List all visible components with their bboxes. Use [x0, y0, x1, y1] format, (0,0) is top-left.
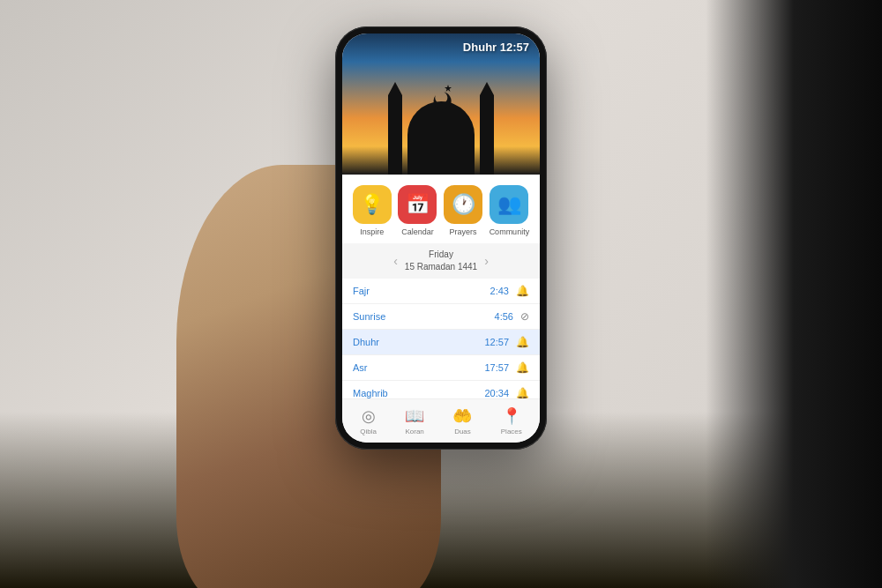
sunrise-bell-icon[interactable]: ⊘: [520, 310, 529, 323]
inspire-icon-item[interactable]: 💡 Inspire: [353, 185, 392, 236]
inspire-icon-circle: 💡: [353, 185, 392, 224]
prayer-fajr-row[interactable]: Fajr 2:43 🔔: [342, 279, 540, 304]
inspire-label: Inspire: [360, 227, 384, 236]
asr-bell-icon[interactable]: 🔔: [516, 361, 529, 374]
smartphone: Dhuhr 12:57: [335, 26, 547, 450]
asr-time: 17:57: [484, 362, 509, 373]
places-nav-label: Places: [501, 428, 522, 435]
asr-name: Asr: [353, 362, 484, 373]
fajr-bell-icon[interactable]: 🔔: [516, 285, 529, 297]
duas-nav-item[interactable]: 🤲 Duas: [452, 406, 472, 435]
prayer-dhuhr-row[interactable]: Dhuhr 12:57 🔔: [342, 330, 540, 355]
prayer-maghrib-row[interactable]: Maghrib 20:34 🔔: [342, 381, 540, 398]
places-nav-item[interactable]: 📍 Places: [501, 406, 522, 435]
calendar-icon-item[interactable]: 📅 Calendar: [398, 185, 437, 236]
svg-marker-3: [388, 82, 402, 95]
maghrib-bell-icon[interactable]: 🔔: [516, 387, 529, 398]
prev-day-button[interactable]: ‹: [393, 254, 398, 268]
community-icon-item[interactable]: 👥 Community: [490, 185, 530, 236]
svg-rect-2: [388, 95, 402, 175]
next-day-button[interactable]: ›: [484, 254, 489, 268]
sunrise-name: Sunrise: [353, 311, 495, 322]
koran-icon: 📖: [405, 406, 424, 426]
duas-icon: 🤲: [452, 406, 472, 426]
date-display: Friday 15 Ramadan 1441: [405, 249, 477, 273]
svg-marker-5: [480, 82, 494, 95]
svg-rect-4: [480, 95, 494, 175]
calendar-icon-circle: 📅: [398, 185, 437, 224]
bottom-navigation: ◎ Qibla 📖 Koran 🤲 Duas 📍 Places: [342, 398, 540, 443]
koran-nav-item[interactable]: 📖 Koran: [405, 406, 424, 435]
date-navigation: ‹ Friday 15 Ramadan 1441 ›: [342, 243, 540, 279]
fajr-time: 2:43: [490, 286, 509, 296]
hijri-date: 15 Ramadan 1441: [405, 261, 477, 273]
phone-screen: Dhuhr 12:57: [342, 33, 540, 443]
duas-nav-label: Duas: [454, 428, 471, 435]
hero-image: Dhuhr 12:57: [342, 33, 540, 175]
qibla-nav-label: Qibla: [360, 428, 377, 435]
qibla-nav-item[interactable]: ◎ Qibla: [360, 406, 377, 435]
community-icon-circle: 👥: [490, 185, 528, 224]
prayers-label: Prayers: [450, 227, 477, 236]
places-icon: 📍: [502, 406, 521, 426]
prayer-times-list: Fajr 2:43 🔔 Sunrise 4:56 ⊘ Dhuhr 12:57 🔔: [342, 279, 540, 398]
prayers-icon-circle: 🕐: [444, 185, 482, 224]
prayer-asr-row[interactable]: Asr 17:57 🔔: [342, 355, 540, 381]
maghrib-name: Maghrib: [353, 388, 484, 398]
app-icons-row: 💡 Inspire 📅 Calendar 🕐 Prayers 👥 Communi…: [342, 175, 540, 243]
dhuhr-name: Dhuhr: [353, 337, 484, 347]
svg-marker-6: [445, 85, 452, 92]
dhuhr-bell-icon[interactable]: 🔔: [516, 336, 529, 348]
person-silhouette: [706, 0, 882, 588]
prayers-icon-item[interactable]: 🕐 Prayers: [444, 185, 482, 236]
day-of-week: Friday: [405, 249, 477, 261]
fajr-name: Fajr: [353, 286, 490, 296]
calendar-label: Calendar: [401, 227, 434, 236]
dhuhr-time: 12:57: [484, 337, 509, 347]
sunrise-time: 4:56: [495, 311, 513, 322]
phone-wrapper: Dhuhr 12:57: [335, 26, 547, 450]
svg-rect-1: [407, 135, 475, 175]
mosque-silhouette: [370, 78, 512, 175]
current-prayer-display: Dhuhr 12:57: [463, 41, 529, 54]
community-label: Community: [490, 227, 530, 236]
maghrib-time: 20:34: [484, 388, 509, 398]
qibla-icon: ◎: [362, 406, 376, 426]
koran-nav-label: Koran: [405, 428, 423, 435]
prayer-sunrise-row[interactable]: Sunrise 4:56 ⊘: [342, 304, 540, 330]
